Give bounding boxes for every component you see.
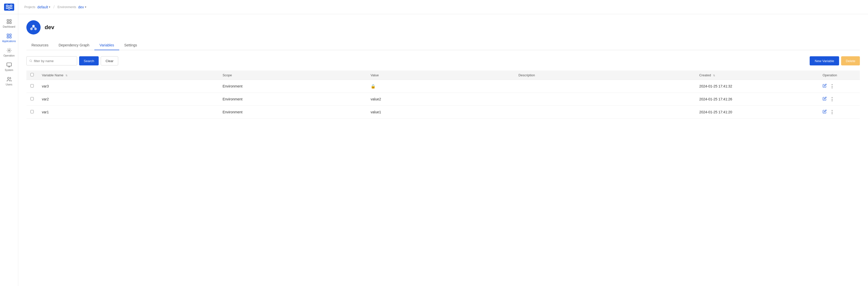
page-title: dev	[44, 24, 54, 31]
row-operation: ⋮	[818, 93, 860, 106]
page-header: dev	[26, 20, 860, 34]
operation-icons: ⋮	[823, 109, 856, 115]
sidebar: Dashboard Applications Operation System	[0, 0, 18, 286]
row-variable-name: var2	[38, 93, 218, 106]
search-input[interactable]	[34, 59, 74, 63]
tab-variables[interactable]: Variables	[94, 40, 119, 50]
row-created: 2024-01-25 17:41:26	[695, 93, 818, 106]
svg-rect-2	[9, 20, 11, 21]
tab-dependency-graph[interactable]: Dependency Graph	[54, 40, 94, 50]
delete-button[interactable]: Delete	[841, 56, 860, 65]
row-value: value1	[367, 106, 515, 119]
svg-rect-1	[7, 20, 8, 21]
row-description	[515, 80, 695, 93]
content-area: dev Resources Dependency Graph Variables…	[18, 14, 868, 286]
sidebar-item-system-label: System	[5, 69, 13, 71]
tabs: Resources Dependency Graph Variables Set…	[26, 40, 860, 50]
svg-rect-3	[7, 22, 8, 24]
edit-icon[interactable]	[823, 84, 827, 89]
environment-select[interactable]: dev ▾	[78, 5, 86, 9]
row-description	[515, 93, 695, 106]
environments-label: Environments	[58, 5, 76, 9]
row-checkbox[interactable]	[30, 110, 34, 113]
sidebar-item-system[interactable]: System	[0, 60, 18, 74]
select-all-checkbox[interactable]	[30, 73, 34, 76]
operation-icons: ⋮	[823, 84, 856, 89]
row-checkbox-cell	[26, 106, 38, 119]
row-description	[515, 106, 695, 119]
tab-resources[interactable]: Resources	[26, 40, 54, 50]
more-options-icon[interactable]: ⋮	[830, 109, 834, 115]
table-row: var3Environment🔒2024-01-25 17:41:32 ⋮	[26, 80, 860, 93]
row-created: 2024-01-25 17:41:20	[695, 106, 818, 119]
row-created: 2024-01-25 17:41:32	[695, 80, 818, 93]
svg-rect-5	[7, 34, 8, 35]
row-checkbox-cell	[26, 80, 38, 93]
edit-icon[interactable]	[823, 109, 827, 115]
row-scope: Environment	[218, 106, 367, 119]
project-name: default	[37, 5, 48, 9]
table-body: var3Environment🔒2024-01-25 17:41:32 ⋮ va…	[26, 80, 860, 119]
row-scope: Environment	[218, 93, 367, 106]
variables-table: Variable Name ⇅ Scope Value Description …	[26, 70, 860, 119]
svg-line-15	[31, 27, 33, 28]
header-checkbox-cell	[26, 70, 38, 80]
clear-button[interactable]: Clear	[101, 56, 118, 65]
sidebar-item-users-label: Users	[6, 83, 12, 86]
edit-icon[interactable]	[823, 97, 827, 102]
topbar: Projects default ▾ / Environments dev ▾	[18, 0, 868, 14]
more-options-icon[interactable]: ⋮	[830, 84, 834, 89]
environment-chevron-icon: ▾	[85, 6, 86, 8]
project-chevron-icon: ▾	[49, 6, 50, 8]
sidebar-item-operation[interactable]: Operation	[0, 45, 18, 60]
search-box	[26, 56, 77, 65]
sidebar-item-operation-label: Operation	[4, 54, 15, 57]
svg-rect-10	[7, 63, 11, 66]
toolbar: Search Clear New Variable Delete	[26, 56, 860, 65]
new-variable-button[interactable]: New Variable	[810, 56, 839, 65]
logo	[0, 0, 18, 14]
search-icon	[29, 59, 32, 63]
row-scope: Environment	[218, 80, 367, 93]
row-checkbox[interactable]	[30, 97, 34, 100]
sidebar-item-users[interactable]: Users	[0, 74, 18, 89]
table-row: var2Environmentvalue22024-01-25 17:41:26…	[26, 93, 860, 106]
tab-settings[interactable]: Settings	[119, 40, 142, 50]
svg-rect-0	[4, 4, 14, 11]
svg-line-18	[31, 61, 32, 62]
more-options-icon[interactable]: ⋮	[830, 96, 834, 102]
operation-icons: ⋮	[823, 96, 856, 102]
main-content: Projects default ▾ / Environments dev ▾	[18, 0, 868, 286]
breadcrumb-separator: /	[53, 5, 54, 9]
row-variable-name: var1	[38, 106, 218, 119]
header-value: Value	[367, 70, 515, 80]
row-variable-name: var3	[38, 80, 218, 93]
header-variable-name[interactable]: Variable Name ⇅	[38, 70, 218, 80]
svg-rect-8	[9, 36, 11, 38]
header-scope: Scope	[218, 70, 367, 80]
sort-name-icon: ⇅	[65, 74, 67, 77]
project-select[interactable]: default ▾	[37, 5, 50, 9]
row-checkbox[interactable]	[30, 84, 34, 88]
environment-name: dev	[78, 5, 84, 9]
page-icon	[26, 20, 40, 34]
table-header: Variable Name ⇅ Scope Value Description …	[26, 70, 860, 80]
row-operation: ⋮	[818, 80, 860, 93]
sidebar-item-dashboard-label: Dashboard	[3, 25, 15, 28]
sidebar-item-applications-label: Applications	[2, 40, 16, 42]
header-operation: Operation	[818, 70, 860, 80]
row-value: 🔒	[367, 80, 515, 93]
projects-label: Projects	[24, 5, 35, 9]
header-description: Description	[515, 70, 695, 80]
svg-point-17	[30, 60, 31, 62]
svg-rect-6	[9, 34, 11, 35]
svg-point-12	[32, 25, 35, 27]
svg-point-11	[7, 77, 9, 79]
svg-line-16	[33, 27, 35, 28]
search-button[interactable]: Search	[79, 56, 99, 65]
sidebar-item-dashboard[interactable]: Dashboard	[0, 16, 18, 31]
sidebar-item-applications[interactable]: Applications	[0, 31, 18, 45]
row-checkbox-cell	[26, 93, 38, 106]
svg-point-13	[30, 28, 33, 30]
header-created[interactable]: Created ⇅	[695, 70, 818, 80]
